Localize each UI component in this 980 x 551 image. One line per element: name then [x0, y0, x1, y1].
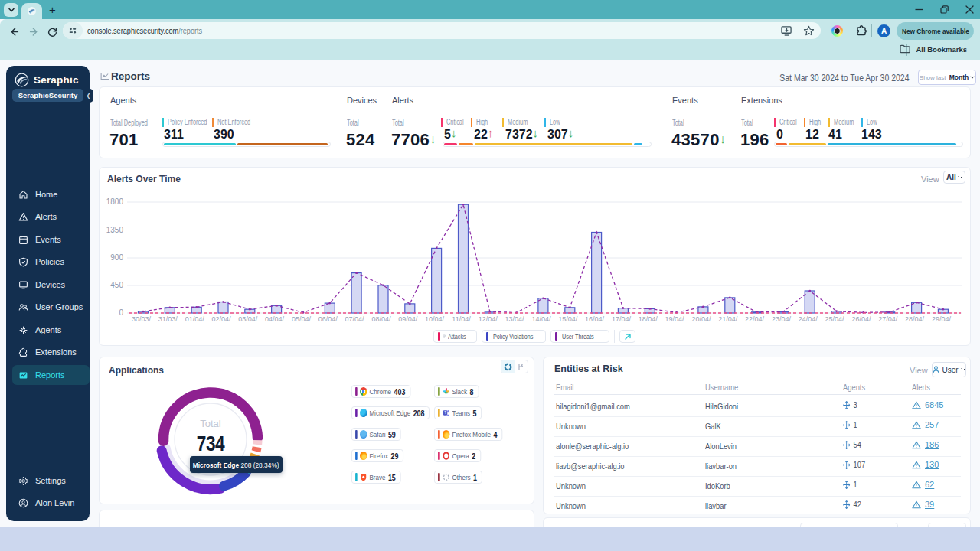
svg-text:05/04/..: 05/04/..: [292, 315, 315, 323]
svg-text:0: 0: [119, 308, 123, 317]
svg-text:T: T: [444, 410, 446, 415]
svg-text:01/04/..: 01/04/..: [185, 315, 208, 323]
svg-text:04/04/..: 04/04/..: [265, 315, 288, 323]
svg-text:02/04/..: 02/04/..: [211, 315, 234, 323]
svg-text:16/04/..: 16/04/..: [585, 315, 608, 323]
svg-text:19/04/..: 19/04/..: [665, 315, 688, 323]
svg-text:450: 450: [110, 281, 123, 289]
svg-text:25/04/..: 25/04/..: [825, 315, 848, 323]
svg-text:22/04/..: 22/04/..: [745, 315, 768, 323]
svg-text:12/04/..: 12/04/..: [479, 315, 501, 323]
svg-text:23/04/..: 23/04/..: [772, 315, 795, 323]
svg-text:13/04/..: 13/04/..: [505, 315, 528, 323]
svg-text:29/04/..: 29/04/..: [932, 315, 955, 323]
svg-text:31/03/..: 31/03/..: [158, 315, 181, 323]
svg-text:14/04/..: 14/04/..: [531, 315, 554, 323]
svg-text:08/04/..: 08/04/..: [371, 315, 394, 323]
svg-text:11/04/..: 11/04/..: [452, 315, 474, 323]
svg-text:15/04/..: 15/04/..: [558, 315, 581, 323]
svg-text:09/04/..: 09/04/..: [398, 315, 421, 323]
svg-text:28/04/..: 28/04/..: [905, 315, 928, 323]
svg-text:07/04/..: 07/04/..: [345, 315, 368, 323]
svg-text:27/04/..: 27/04/..: [878, 315, 901, 323]
svg-text:1350: 1350: [106, 226, 124, 234]
svg-text:17/04/..: 17/04/..: [612, 315, 635, 323]
svg-text:30/03/..: 30/03/..: [132, 315, 155, 323]
svg-text:1800: 1800: [106, 197, 124, 206]
svg-text:24/04/..: 24/04/..: [799, 315, 822, 323]
svg-text:18/04/..: 18/04/..: [639, 315, 662, 323]
svg-text:900: 900: [110, 253, 123, 262]
svg-text:06/04/..: 06/04/..: [318, 315, 341, 323]
svg-text:21/04/..: 21/04/..: [718, 315, 741, 323]
svg-text:26/04/..: 26/04/..: [851, 315, 874, 323]
svg-text:10/04/..: 10/04/..: [425, 315, 448, 323]
svg-text:20/04/..: 20/04/..: [691, 315, 714, 323]
svg-text:03/04/..: 03/04/..: [238, 315, 261, 323]
